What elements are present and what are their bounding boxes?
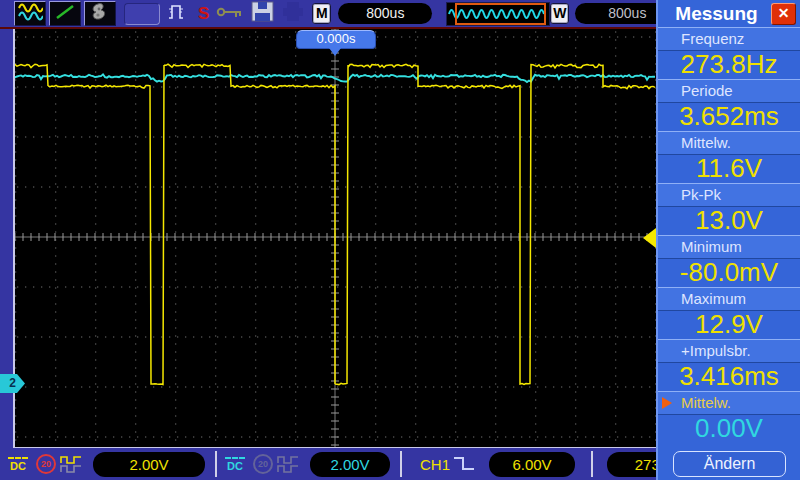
zoom-window-highlight[interactable]: [455, 3, 546, 25]
ch1-invert-icon: [60, 456, 82, 473]
waveform-display: [15, 29, 656, 447]
blank-button[interactable]: [124, 3, 160, 25]
autoset-button[interactable]: [49, 1, 81, 26]
ch1-coupling-icon: DC: [8, 457, 28, 471]
save-icon: [251, 1, 274, 26]
ch2-bandwidth-icon: 20: [253, 454, 273, 474]
falling-edge-icon: [452, 455, 478, 473]
measurement-value: 0.00V: [658, 415, 800, 443]
panel-titlebar: Messung ✕: [658, 0, 800, 27]
change-button[interactable]: Ändern: [673, 451, 786, 477]
selected-arrow-icon: [662, 397, 672, 409]
divider: [400, 451, 402, 477]
measurement-label[interactable]: Maximum: [658, 287, 800, 311]
toolbar: S M 800us: [0, 0, 670, 27]
autoset-line-icon: [52, 2, 78, 26]
measurement-value: 273.8Hz: [658, 51, 800, 79]
measurement-value: 13.0V: [658, 207, 800, 235]
measurement-label[interactable]: Periode: [658, 79, 800, 103]
measurement-label[interactable]: Frequenz: [658, 27, 800, 51]
trigger-level-arrow[interactable]: [643, 228, 656, 248]
main-window-badge: M: [312, 3, 331, 24]
probe-button[interactable]: [84, 1, 116, 26]
status-bar: DC 20 2.00V DC 20 2.00V CH1 6.00V 273.00…: [0, 448, 656, 480]
lock-button[interactable]: [216, 3, 244, 25]
divider: [591, 451, 593, 477]
main-timebase-readout: 800us: [338, 3, 432, 24]
measurement-value: 11.6V: [658, 155, 800, 183]
pulse-icon: [167, 2, 191, 26]
horizontal-position-marker[interactable]: 0.000s: [296, 30, 376, 49]
zoom-window-preview[interactable]: [446, 2, 550, 26]
measurement-value: 12.9V: [658, 311, 800, 339]
measurement-label[interactable]: +Impulsbr.: [658, 339, 800, 363]
scope-traces: [15, 29, 656, 447]
ch2-volts-readout: 2.00V: [310, 452, 390, 477]
pulse-button[interactable]: [167, 2, 191, 26]
print-icon: [281, 1, 305, 26]
measurement-label[interactable]: Mittelw.: [658, 131, 800, 155]
divider: [215, 451, 217, 477]
print-button[interactable]: [281, 1, 305, 26]
ch2-invert-icon: [277, 456, 299, 473]
ch1-volts-readout: 2.00V: [93, 452, 205, 477]
measurement-value: 3.416ms: [658, 363, 800, 391]
dc-dash-icon: [225, 457, 245, 459]
panel-title: Messung: [658, 3, 771, 25]
measurement-value: -80.0mV: [658, 259, 800, 287]
ch1-bandwidth-icon: 20: [36, 454, 56, 474]
save-button[interactable]: [251, 1, 274, 26]
close-icon[interactable]: ✕: [771, 3, 796, 25]
measurement-label[interactable]: Mittelw.: [658, 391, 800, 415]
single-seq-button[interactable]: S: [198, 5, 209, 22]
channel-waves-icon: [17, 2, 43, 26]
trigger-level-readout: 6.00V: [489, 452, 575, 477]
hand-probe-icon: [88, 2, 112, 26]
ch2-coupling-icon: DC: [225, 457, 245, 471]
measurement-panel: Messung ✕ Frequenz273.8HzPeriode3.652msM…: [656, 0, 800, 480]
measurement-rows: Frequenz273.8HzPeriode3.652msMittelw.11.…: [658, 27, 800, 443]
trigger-source-label: CH1: [420, 456, 450, 473]
zoom-window-badge: W: [550, 3, 569, 24]
measurement-value: 3.652ms: [658, 103, 800, 131]
measurement-label[interactable]: Minimum: [658, 235, 800, 259]
channel-waves-button[interactable]: [14, 1, 46, 26]
measurement-label[interactable]: Pk-Pk: [658, 183, 800, 207]
horizontal-position-pointer: [329, 48, 341, 62]
key-icon: [216, 3, 244, 25]
dc-dash-icon: [8, 457, 28, 459]
